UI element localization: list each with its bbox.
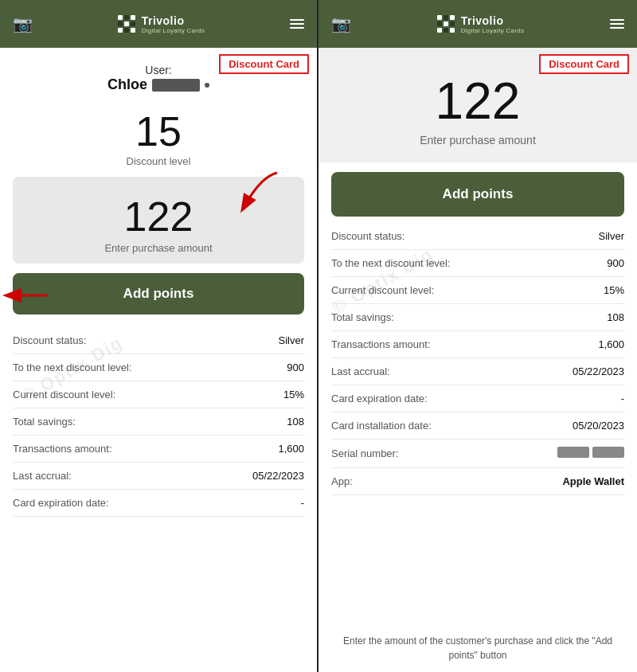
info-row-label: Serial number: (331, 447, 399, 459)
camera-icon: 📷 (13, 14, 33, 33)
info-row-label: To the next discount level: (13, 361, 132, 373)
right-logo-text: Trivolio Digital Loyalty Cards (461, 14, 525, 34)
info-row-value: - (621, 393, 624, 404)
logo-grid-icon (118, 15, 135, 33)
info-row-value: 1,600 (278, 443, 304, 455)
info-row: Transactions amount: 1,600 (331, 331, 624, 358)
right-add-points-button[interactable]: Add points (331, 172, 624, 217)
info-row: Current discount level: 15% (13, 381, 304, 408)
info-row: Transactions amount: 1,600 (13, 436, 304, 463)
right-header: 📷 Trivolio Digital Loyalty Cards (318, 0, 637, 48)
info-row-value: 1,600 (598, 338, 624, 350)
info-row: Card expiration date: - (13, 490, 304, 517)
info-row-label: Current discount level: (13, 389, 115, 400)
info-row: Card expiration date: - (331, 385, 624, 412)
right-logo-grid-icon (437, 15, 455, 33)
left-header: 📷 Trivolio Digital Loyalty Cards (0, 0, 317, 48)
logo-text: Trivolio Digital Loyalty Cards (142, 14, 205, 34)
info-row: Last accrual: 05/22/2023 (13, 463, 304, 490)
user-name: Chloe (19, 76, 298, 93)
info-row-label: Transactions amount: (331, 338, 431, 350)
info-row-label: Last accrual: (13, 470, 72, 482)
info-row: App: Apple Wallet (331, 468, 624, 495)
info-row: Serial number: (331, 440, 624, 468)
info-row: To the next discount level: 900 (331, 250, 624, 277)
info-row: Total savings: 108 (13, 408, 304, 436)
footer-note: Enter the amount of the customer's purch… (318, 624, 637, 672)
info-row-label: Total savings: (331, 311, 394, 323)
info-row: Last accrual: 05/22/2023 (331, 358, 624, 385)
info-row: Card installation date: 05/20/2023 (331, 412, 624, 440)
amount-section: 122 Enter purchase amount (0, 177, 317, 273)
info-row-label: App: (331, 475, 353, 487)
info-section: © Optix Dig Discount status: Silver To t… (0, 327, 317, 672)
info-row-label: Card expiration date: (13, 497, 109, 509)
info-row-value: 15% (283, 389, 304, 400)
arrow-annotation-2 (0, 279, 52, 311)
right-amount-label: Enter purchase amount (338, 134, 618, 147)
info-row-value: Silver (278, 334, 304, 346)
info-row-label: Discount status: (331, 230, 405, 242)
arrow-annotation (221, 169, 285, 217)
info-row: To the next discount level: 900 (13, 354, 304, 381)
discount-level-value: 15 (0, 101, 317, 155)
right-amount-value: 122 (338, 72, 618, 131)
info-rows: Discount status: Silver To the next disc… (13, 327, 304, 517)
right-panel: 📷 Trivolio Digital Loyalty Cards Discoun… (318, 0, 637, 672)
info-row: Discount status: Silver (13, 327, 304, 354)
amount-placeholder: Enter purchase amount (25, 242, 291, 254)
info-row-label: Card expiration date: (331, 393, 428, 404)
app-name: Trivolio (142, 14, 205, 27)
app-subtitle: Digital Loyalty Cards (142, 27, 205, 34)
info-row-value: - (301, 497, 304, 509)
info-row-value: 900 (287, 361, 304, 373)
info-row-value: Silver (598, 230, 624, 242)
right-camera-icon: 📷 (331, 14, 351, 33)
right-app-subtitle: Digital Loyalty Cards (461, 27, 525, 34)
left-panel: 📷 Trivolio Digital Loyalty Cards Discoun… (0, 0, 318, 672)
discount-badge: Discount Card (219, 54, 309, 74)
user-name-blurred (152, 79, 200, 92)
info-row-value: 108 (287, 416, 304, 428)
info-row-label: To the next discount level: (331, 257, 451, 269)
add-points-button[interactable]: Add points (13, 273, 304, 315)
info-row-value: 05/22/2023 (573, 365, 624, 377)
info-row-label: Transactions amount: (13, 443, 112, 455)
app-value: Apple Wallet (562, 475, 624, 487)
info-row-label: Current discount level: (331, 284, 434, 296)
info-row: Total savings: 108 (331, 304, 624, 331)
add-points-section: Add points (0, 273, 317, 327)
info-row-value: 05/22/2023 (252, 470, 304, 482)
info-row: Current discount level: 15% (331, 277, 624, 304)
right-logo: Trivolio Digital Loyalty Cards (437, 14, 525, 34)
info-row-value: 108 (607, 311, 624, 323)
right-menu-button[interactable] (610, 19, 624, 29)
info-row-value: Apple Wallet (562, 475, 624, 487)
info-row-label: Total savings: (13, 416, 76, 428)
right-discount-badge: Discount Card (539, 54, 629, 74)
info-row-label: Card installation date: (331, 420, 432, 432)
discount-level-label: Discount level (0, 155, 317, 167)
user-first-name: Chloe (107, 76, 147, 93)
info-row-label: Discount status: (13, 334, 87, 346)
right-app-name: Trivolio (461, 14, 525, 27)
info-row: Discount status: Silver (331, 223, 624, 250)
serial-number-blurred (557, 447, 624, 458)
logo: Trivolio Digital Loyalty Cards (118, 14, 205, 34)
info-row-value: 05/20/2023 (573, 420, 624, 432)
right-info-rows: Discount status: Silver To the next disc… (331, 223, 624, 495)
info-row-value (557, 447, 624, 460)
user-name-dot (205, 83, 209, 88)
right-info-section: © Optix Dig Discount status: Silver To t… (318, 223, 637, 624)
menu-button[interactable] (290, 19, 304, 29)
info-row-label: Last accrual: (331, 365, 390, 377)
info-row-value: 900 (607, 257, 624, 269)
info-row-value: 15% (604, 284, 624, 296)
